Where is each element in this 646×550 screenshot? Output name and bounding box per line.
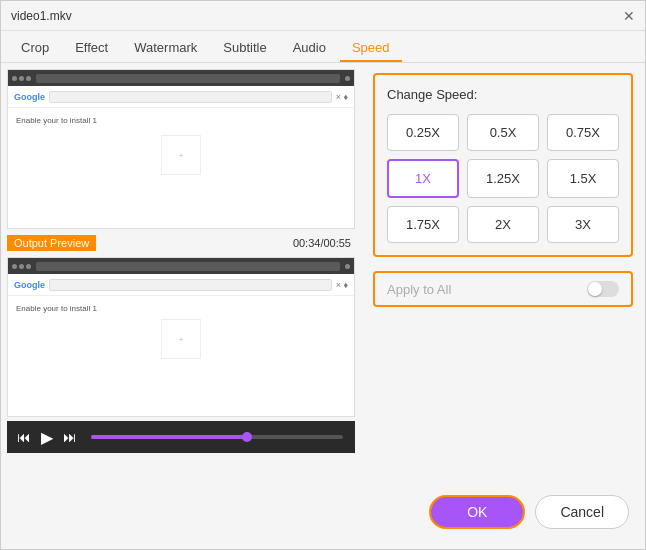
close-button[interactable]: ✕ (623, 9, 635, 23)
right-panel: Change Speed: 0.25X 0.5X 0.75X 1X 1.25X … (361, 63, 645, 549)
speed-grid: 0.25X 0.5X 0.75X 1X 1.25X 1.5X 1.75X 2X … (387, 114, 619, 243)
tab-speed[interactable]: Speed (340, 35, 402, 62)
top-video-preview: Google × ♦ Enable your to install 1 + (7, 69, 355, 229)
speed-btn-1.5x[interactable]: 1.5X (547, 159, 619, 198)
toggle-knob (588, 282, 602, 296)
progress-thumb (242, 432, 252, 442)
google-logo-2: Google (14, 280, 45, 290)
speed-btn-0.25x[interactable]: 0.25X (387, 114, 459, 151)
prev-button[interactable]: ⏮ (15, 429, 33, 445)
cancel-button[interactable]: Cancel (535, 495, 629, 529)
speed-box-title: Change Speed: (387, 87, 619, 102)
playback-controls: ⏮ ▶ ⏭ (15, 428, 79, 447)
google-logo: Google (14, 92, 45, 102)
nav-tabs: Crop Effect Watermark Subtitle Audio Spe… (1, 31, 645, 63)
tab-effect[interactable]: Effect (63, 35, 120, 62)
preview-timestamp: 00:34/00:55 (293, 237, 351, 249)
speed-btn-1x[interactable]: 1X (387, 159, 459, 198)
speed-box: Change Speed: 0.25X 0.5X 0.75X 1X 1.25X … (373, 73, 633, 257)
tab-audio[interactable]: Audio (281, 35, 338, 62)
title-bar: video1.mkv ✕ (1, 1, 645, 31)
tab-watermark[interactable]: Watermark (122, 35, 209, 62)
progress-fill (91, 435, 247, 439)
apply-all-label: Apply to All (387, 282, 451, 297)
ok-button[interactable]: OK (429, 495, 525, 529)
next-button[interactable]: ⏭ (61, 429, 79, 445)
tab-crop[interactable]: Crop (9, 35, 61, 62)
browser-content-bottom: Enable your to install 1 + (8, 296, 354, 417)
tab-subtitle[interactable]: Subtitle (211, 35, 278, 62)
bottom-video-preview: Google × ♦ Enable your to install 1 + (7, 257, 355, 417)
apply-all-toggle[interactable] (587, 281, 619, 297)
action-buttons: OK Cancel (373, 495, 633, 539)
window-title: video1.mkv (11, 9, 72, 23)
speed-btn-1.75x[interactable]: 1.75X (387, 206, 459, 243)
apply-all-box: Apply to All (373, 271, 633, 307)
video-controls-bar: ⏮ ▶ ⏭ (7, 421, 355, 453)
left-panel: Google × ♦ Enable your to install 1 + Ou… (1, 63, 361, 549)
speed-btn-0.5x[interactable]: 0.5X (467, 114, 539, 151)
speed-btn-0.75x[interactable]: 0.75X (547, 114, 619, 151)
speed-btn-3x[interactable]: 3X (547, 206, 619, 243)
play-button[interactable]: ▶ (39, 428, 55, 447)
main-window: video1.mkv ✕ Crop Effect Watermark Subti… (0, 0, 646, 550)
browser-content-top: Enable your to install 1 + (8, 108, 354, 229)
content-area: Google × ♦ Enable your to install 1 + Ou… (1, 63, 645, 549)
output-preview-row: Output Preview 00:34/00:55 (7, 233, 355, 253)
output-preview-badge: Output Preview (7, 235, 96, 251)
progress-bar[interactable] (91, 435, 343, 439)
speed-btn-2x[interactable]: 2X (467, 206, 539, 243)
speed-btn-1.25x[interactable]: 1.25X (467, 159, 539, 198)
